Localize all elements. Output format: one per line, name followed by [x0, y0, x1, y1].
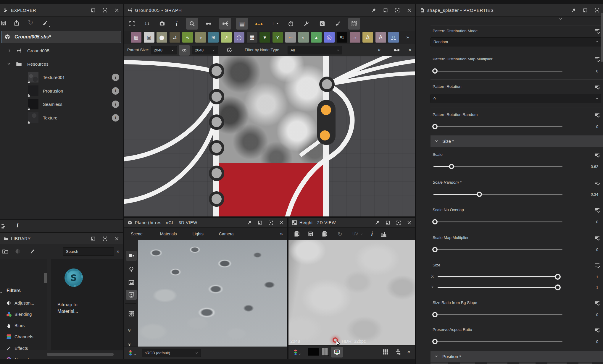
- close-icon[interactable]: [407, 220, 412, 225]
- info-icon[interactable]: i: [112, 87, 119, 95]
- node-pair-icon[interactable]: [394, 47, 400, 53]
- input-port[interactable]: [209, 140, 224, 156]
- properties-header[interactable]: shape_splatter - PROPERTIES: [416, 4, 603, 17]
- strip-overflow-2[interactable]: »: [127, 343, 133, 346]
- input-port[interactable]: [209, 191, 224, 207]
- float-window-icon[interactable]: [91, 236, 96, 241]
- maximize-icon[interactable]: [103, 8, 107, 13]
- library-filter-item[interactable]: Blurs: [7, 323, 25, 328]
- palette-distance-icon[interactable]: Y: [273, 32, 283, 43]
- info-tab[interactable]: i: [17, 221, 18, 229]
- pin-icon[interactable]: [371, 8, 376, 13]
- screenshot-button[interactable]: [157, 18, 167, 29]
- settings-overflow[interactable]: »: [378, 47, 381, 53]
- clean-graph-button[interactable]: [333, 18, 343, 29]
- param-menu-icon[interactable]: [594, 208, 600, 213]
- palette-normal-icon[interactable]: ◐: [298, 32, 309, 43]
- palette-tilesampler-icon[interactable]: ▦: [247, 32, 257, 43]
- float-window-icon[interactable]: [386, 220, 390, 225]
- scale-no-overlap-slider[interactable]: [433, 219, 562, 225]
- palette-overflow[interactable]: »: [407, 34, 409, 40]
- display-mode-button[interactable]: [331, 347, 343, 357]
- library-header[interactable]: LIBRARY: [0, 233, 123, 244]
- input-port[interactable]: [209, 166, 224, 181]
- menu-materials[interactable]: Materials: [160, 232, 177, 236]
- size-ratio-bg-slope-slider[interactable]: [433, 312, 562, 318]
- tools-wrench-button[interactable]: [301, 18, 312, 29]
- graph-tab-icon[interactable]: [1, 223, 7, 229]
- palette-transform-icon[interactable]: ⊞: [208, 32, 219, 43]
- param-menu-icon[interactable]: [594, 29, 600, 34]
- strip-overflow[interactable]: »: [127, 329, 133, 332]
- param-menu-icon[interactable]: [594, 263, 600, 268]
- pin-icon[interactable]: [247, 220, 252, 225]
- resource-row[interactable]: Texture i: [0, 111, 123, 124]
- zoom-tool-button[interactable]: [186, 18, 198, 30]
- new-library-button[interactable]: [2, 248, 8, 254]
- export-button[interactable]: [14, 20, 20, 26]
- maximize-icon[interactable]: [595, 8, 599, 13]
- param-menu-icon[interactable]: [594, 235, 600, 241]
- palette-frame-icon[interactable]: ▢: [388, 32, 399, 43]
- reset-size-button[interactable]: [224, 45, 235, 56]
- info-icon[interactable]: i: [112, 101, 119, 108]
- menu-overflow[interactable]: »: [280, 231, 283, 237]
- library-item-bitmap-to-material[interactable]: S Bitmap to Material...: [56, 263, 101, 322]
- library-filter-item[interactable]: Adjustm...: [7, 300, 34, 305]
- info-toggle-button[interactable]: i: [172, 18, 181, 29]
- snap-grid-button[interactable]: [348, 18, 360, 30]
- palette-curve-icon[interactable]: ∿: [182, 32, 193, 43]
- pattern-rotation-random-slider[interactable]: [433, 124, 562, 130]
- preserve-aspect-ratio-slider[interactable]: [433, 339, 562, 344]
- view2d-header[interactable]: Height - 2D VIEW: [288, 218, 415, 228]
- palette-curveedit-icon[interactable]: ∩: [350, 32, 360, 43]
- settings-overflow-2[interactable]: »: [409, 47, 412, 53]
- reload-button[interactable]: ↻: [28, 19, 33, 27]
- palette-gradient-icon[interactable]: ▼: [259, 32, 270, 43]
- param-menu-icon[interactable]: [594, 84, 600, 90]
- parent-size-height-select[interactable]: 2048: [192, 46, 218, 54]
- save-button[interactable]: [1, 20, 7, 26]
- explorer-header[interactable]: EXPLORER: [0, 4, 123, 17]
- param-menu-icon[interactable]: [594, 152, 600, 158]
- parent-size-width-select[interactable]: 2048: [151, 46, 177, 54]
- view3d-header[interactable]: Plane (hi-res⋯nGL - 3D VIEW: [124, 218, 287, 228]
- grid-view-button[interactable]: [383, 349, 388, 355]
- edit-pencil-button[interactable]: [30, 248, 36, 254]
- clean-button[interactable]: [42, 20, 48, 26]
- elbow-connector-button[interactable]: ∟•: [270, 18, 280, 29]
- background-swatch-black[interactable]: [308, 348, 319, 356]
- maximize-icon[interactable]: [103, 236, 107, 241]
- background-swatch-gray[interactable]: [322, 348, 329, 356]
- package-row-selected[interactable]: Ground005.sbs*: [1, 31, 121, 43]
- pin-icon[interactable]: [571, 8, 576, 13]
- info-toggle-button[interactable]: i: [371, 231, 373, 237]
- pattern-distribution-map-multiplier-slider[interactable]: [433, 68, 562, 74]
- section-size[interactable]: Size *: [431, 135, 603, 147]
- save-image-button[interactable]: [308, 231, 314, 237]
- input-port[interactable]: [209, 114, 224, 130]
- maximize-icon[interactable]: [268, 220, 273, 225]
- library-filter-item[interactable]: Channels: [7, 334, 33, 339]
- param-menu-icon[interactable]: [594, 327, 600, 333]
- link-nodes-button[interactable]: [203, 18, 214, 29]
- palette-hsl-icon[interactable]: ◎: [324, 32, 335, 43]
- library-hscrollbar-thumb[interactable]: [47, 353, 114, 356]
- graph-header[interactable]: Ground005 - GRAPH: [124, 4, 415, 17]
- float-window-icon[interactable]: [258, 220, 262, 225]
- palette-text-icon[interactable]: A: [375, 32, 386, 43]
- filter-half-icon[interactable]: [15, 248, 21, 254]
- camera-display-button[interactable]: [126, 251, 137, 261]
- zoom-actual-button[interactable]: 1:1: [142, 18, 152, 29]
- pattern-rotation-input[interactable]: 0: [431, 94, 601, 103]
- colorspace-select[interactable]: sRGB (default): [142, 349, 201, 357]
- resource-row[interactable]: Texture001 i: [0, 71, 123, 84]
- tree-scrollbar-thumb[interactable]: [44, 273, 47, 283]
- palette-svg-icon[interactable]: ▣: [144, 32, 154, 43]
- library-filter-item[interactable]: Effects: [7, 346, 28, 351]
- palette-shape-icon[interactable]: ◯: [234, 32, 244, 43]
- palette-dot-icon[interactable]: ●–: [285, 32, 296, 43]
- palette-dirblur-icon[interactable]: ◑: [195, 32, 206, 43]
- menu-lights[interactable]: Lights: [193, 232, 204, 236]
- info-icon[interactable]: i: [112, 114, 119, 122]
